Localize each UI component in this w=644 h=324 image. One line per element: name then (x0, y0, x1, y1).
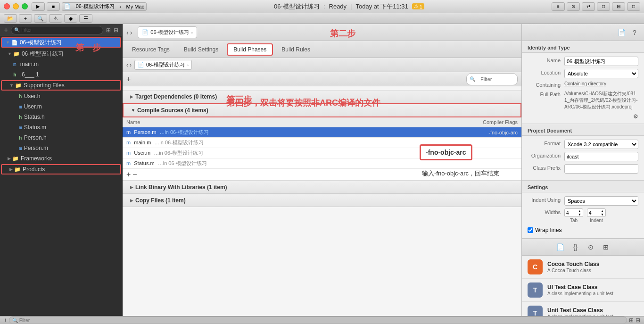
name-field[interactable] (564, 57, 638, 66)
sidebar-item-project[interactable]: ▼ 📄 06-模型设计练习 (1, 37, 121, 48)
org-label: Organization (528, 152, 561, 158)
copy-files-header[interactable]: ▶ Copy Files (1 item) (123, 194, 521, 207)
file-name-main: m main.m …in 06-模型设计练习 (123, 138, 394, 148)
template-unittest[interactable]: T Unit Test Case Class A class implement… (522, 302, 644, 316)
titlebar-right: ≡ ⊙ ⇄ □ ⊟ □ (552, 2, 640, 11)
nav-back[interactable]: ‹ (126, 62, 128, 68)
tab-decrement-btn[interactable]: ▼ (578, 213, 581, 216)
prefix-row: Class Prefix (528, 164, 638, 174)
add-file-btn[interactable]: + (126, 171, 131, 178)
format-select[interactable]: Xcode 3.2-compatible (564, 140, 638, 149)
expand-icon: ▼ (9, 83, 14, 88)
col-flags: Compiler Flags (394, 117, 521, 127)
template-code-btn[interactable]: {} (570, 241, 581, 253)
nav-forward[interactable]: › (130, 62, 132, 68)
org-field[interactable] (564, 152, 638, 161)
panel-question-btn[interactable]: ? (629, 27, 640, 38)
sidebar-item-products[interactable]: ▶ 📁 Products (1, 164, 121, 174)
compile-sources-header[interactable]: ▼ Compile Sources (4 items) (123, 103, 521, 117)
uitest-icon: T (528, 282, 543, 298)
template-circle-btn[interactable]: ⊙ (585, 241, 596, 253)
layout-btn-3[interactable]: ⇄ (582, 2, 595, 11)
indent-increment-btn[interactable]: ▲ (601, 209, 604, 213)
fullscreen-button[interactable] (22, 3, 28, 9)
panel-file-btn[interactable]: 📄 (616, 27, 627, 38)
bottom-add-btn[interactable]: + (4, 317, 7, 324)
close-button[interactable] (4, 3, 10, 9)
choose-path-btn[interactable]: ⚙ (633, 113, 638, 120)
status-h-label: Status.h (24, 114, 45, 120)
layout-btn-4[interactable]: □ (597, 2, 610, 11)
compile-row-person[interactable]: m Person.m …in 06-模型设计练习 -fno-objc-arc (123, 127, 521, 138)
layout-btn-6[interactable]: □ (627, 2, 640, 11)
add-phase-btn[interactable]: + (126, 75, 131, 83)
nav-forward-btn[interactable]: › (130, 29, 132, 36)
sidebar-item-prefix[interactable]: h .6___.1 (0, 69, 122, 80)
warning-btn[interactable]: ⚠ (49, 14, 62, 23)
sidebar-prefix-label: .6___.1 (20, 71, 39, 78)
m-file-icon: m (13, 61, 17, 67)
sidebar-item-user-h[interactable]: h User.h (0, 91, 122, 101)
project-name: 06-模型设计练习 (76, 3, 115, 10)
template-uitest[interactable]: T UI Test Case Class A class implementin… (522, 279, 644, 302)
right-panel-tabs: 📄 ? (522, 24, 644, 41)
target-dependencies-header[interactable]: ▶ Target Dependencies (0 items) (123, 90, 521, 103)
containing-label: Containing (528, 81, 561, 88)
sidebar-item-group-main[interactable]: ▼ 📁 06-模型设计练习 (0, 49, 122, 59)
sidebar-item-frameworks[interactable]: ▶ 📁 Frameworks (0, 153, 122, 164)
settings-header: Settings (522, 181, 644, 192)
sidebar-item-person-m[interactable]: m Person.m (0, 143, 122, 153)
sidebar-item-status-h[interactable]: h Status.h (0, 112, 122, 122)
filter-bar: + 🔍 (123, 72, 521, 86)
layout-btn-1[interactable]: ≡ (552, 2, 565, 11)
remove-file-btn[interactable]: − (132, 171, 137, 178)
bottom-grid-btn[interactable]: ⊞ (629, 317, 634, 324)
sidebar-layout-btn[interactable]: ⊟ (114, 27, 118, 33)
indent-using-row: Indent Using Spaces (528, 196, 638, 206)
sidebar-item-status-m[interactable]: m Status.m (0, 122, 122, 133)
minimize-button[interactable] (13, 3, 19, 9)
add-btn[interactable]: + (19, 14, 32, 23)
template-file-btn[interactable]: 📄 (555, 241, 566, 253)
tab-increment-btn[interactable]: ▲ (578, 209, 581, 213)
file-name-person: m Person.m …in 06-模型设计练习 (123, 127, 394, 138)
sidebar-item-supporting[interactable]: ▼ 📁 Supporting Files (1, 80, 121, 91)
template-list: C Cocoa Touch Class A Cocoa Touch class … (522, 256, 644, 316)
link-binary-section: ▶ Link Binary With Libraries (1 item) (123, 181, 521, 194)
sidebar-item-user-m[interactable]: m User.m (0, 101, 122, 112)
play-button[interactable]: ▶ (32, 2, 45, 11)
template-grid-btn[interactable]: ⊞ (600, 241, 611, 253)
sidebar-grid-btn[interactable]: ⊞ (106, 27, 111, 33)
layout-btn-2[interactable]: ⊙ (567, 2, 580, 11)
expand-icon: ▶ (8, 156, 11, 161)
sidebar-item-main[interactable]: m main.m (0, 59, 122, 69)
file-btn[interactable]: 📂 (4, 14, 17, 23)
indent-width-value: 4 (589, 210, 592, 216)
breakpt-btn[interactable]: ◆ (64, 14, 77, 23)
sidebar-add-btn[interactable]: + (4, 26, 8, 34)
indent-using-select[interactable]: Spaces (564, 196, 638, 206)
tab-build-settings[interactable]: Build Settings (178, 44, 224, 55)
template-cocoa[interactable]: C Cocoa Touch Class A Cocoa Touch class (522, 256, 644, 279)
filter-input[interactable] (477, 75, 514, 84)
link-binary-header[interactable]: ▶ Link Binary With Libraries (1 item) (123, 181, 521, 194)
prefix-field[interactable] (564, 164, 638, 174)
fullpath-label: Full Path (528, 91, 561, 97)
sidebar-item-person-h[interactable]: h Person.h (0, 133, 122, 143)
layout-btn-5[interactable]: ⊟ (612, 2, 625, 11)
nav-back-btn[interactable]: ‹ (126, 29, 129, 36)
search-btn[interactable]: 🔍 (34, 14, 47, 23)
scheme-selector[interactable]: 📄 06-模型设计练习 › My Mac (62, 2, 147, 11)
frameworks-label: Frameworks (21, 155, 52, 162)
environment-btn[interactable]: ☰ (79, 14, 92, 23)
sidebar-filter-placeholder: Filter (21, 27, 32, 33)
folder-icon: 📁 (14, 166, 21, 173)
tab-build-phases[interactable]: Build Phases (227, 43, 273, 56)
tab-build-rules[interactable]: Build Rules (276, 44, 316, 55)
indent-decrement-btn[interactable]: ▼ (601, 213, 604, 216)
stop-button[interactable]: ■ (47, 2, 60, 11)
tab-resource-tags[interactable]: Resource Tags (126, 44, 175, 55)
wrap-lines-checkbox[interactable] (528, 227, 533, 233)
bottom-layout-btn[interactable]: ⊟ (636, 317, 640, 324)
location-select[interactable]: Absolute (564, 69, 638, 78)
